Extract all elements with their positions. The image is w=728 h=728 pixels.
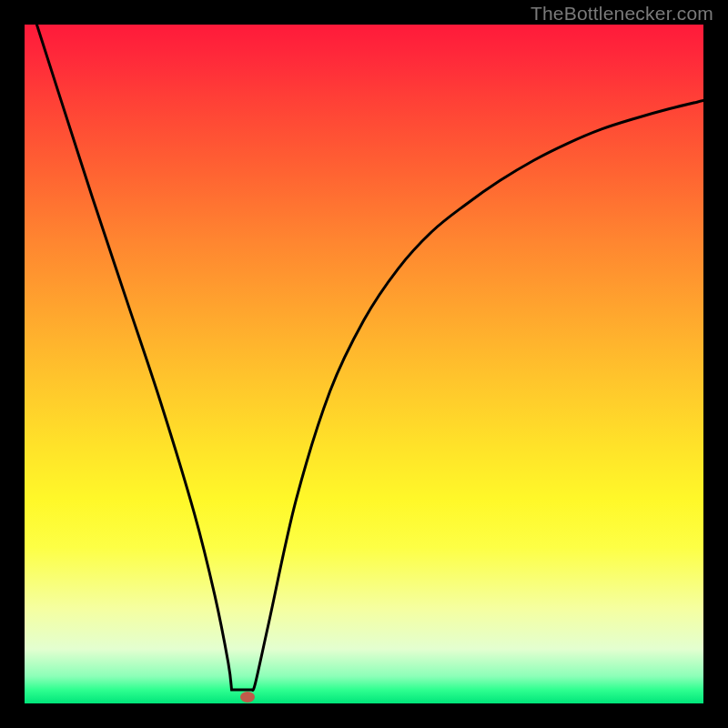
optimal-point-marker [240, 692, 255, 703]
curve-svg [25, 25, 703, 703]
watermark-text: TheBottlenecker.com [531, 3, 713, 25]
plot-area [25, 25, 703, 703]
bottleneck-curve [36, 25, 703, 691]
chart-frame: TheBottlenecker.com [0, 0, 728, 728]
